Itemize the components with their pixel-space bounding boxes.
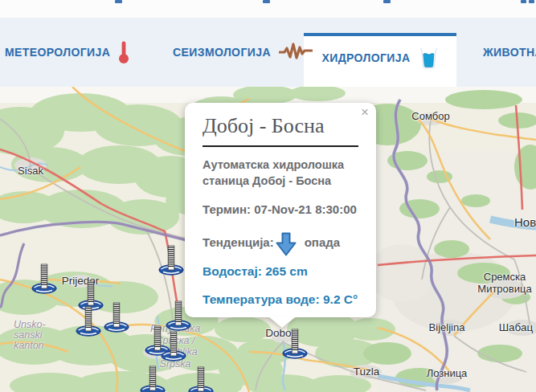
tendency-value: опада	[305, 235, 340, 249]
thermometer-icon	[118, 40, 129, 64]
map[interactable]: SisakPrijedorDobojTuzlaСомборНови СадСре…	[0, 87, 536, 392]
station-marker[interactable]	[103, 297, 130, 333]
station-marker[interactable]	[158, 240, 185, 276]
popup-tail	[268, 316, 296, 328]
tab-label: МЕТЕОРОЛОГИЈА	[5, 18, 110, 87]
tab-label: ЖИВОТНА	[483, 18, 536, 87]
city-label: СремскаМитровица	[477, 271, 531, 295]
station-marker[interactable]	[281, 324, 309, 359]
city-label: Sisak	[18, 165, 43, 177]
tab-meteorologija[interactable]: МЕТЕОРОЛОГИЈА	[5, 18, 129, 87]
city-label: Нови Сад	[514, 216, 536, 228]
city-label: Лозница	[427, 367, 468, 379]
tab-label: ХИДРОЛОГИЈА	[321, 33, 410, 84]
station-description: Аутоматска хидролошка станица Добој - Бо…	[203, 157, 358, 189]
arrow-down-icon	[276, 232, 297, 256]
observation-time: Термин: 07-Nov-21 8:30:00	[203, 202, 358, 216]
city-label: Сомбор	[411, 110, 449, 122]
station-marker[interactable]	[75, 301, 102, 337]
tendency-row: Тенденција: опада	[203, 230, 358, 254]
station-marker[interactable]	[31, 259, 58, 294]
station-marker[interactable]	[187, 361, 215, 392]
city-label: Bijeljina	[429, 321, 465, 333]
section-tabbar: МЕТЕОРОЛОГИЈАСЕИЗМОЛОГИЈАХИДРОЛОГИЈАЖИВО…	[0, 18, 536, 87]
clipped-nav-text	[263, 0, 270, 3]
city-label: Tuzla	[354, 365, 380, 378]
station-marker[interactable]	[160, 326, 187, 361]
app-window: МЕТЕОРОЛОГИЈАСЕИЗМОЛОГИЈАХИДРОЛОГИЈАЖИВО…	[0, 0, 536, 392]
tab-hidrologija[interactable]: ХИДРОЛОГИЈА	[304, 33, 456, 84]
clipped-nav-text	[529, 0, 534, 3]
clipped-nav-text	[115, 0, 122, 3]
city-label: Шабац	[499, 321, 534, 333]
clipped-top-nav	[0, 0, 536, 18]
tab-zivotna[interactable]: ЖИВОТНА	[483, 18, 536, 87]
water-glass-icon	[419, 47, 439, 69]
station-popup: × Добој - Босна Аутоматска хидролошка ст…	[185, 103, 376, 317]
station-marker[interactable]	[139, 361, 166, 392]
tab-seizmologija[interactable]: СЕИЗМОЛОГИЈА	[173, 18, 313, 87]
popup-divider	[203, 145, 358, 147]
tendency-label: Тенденција:	[203, 235, 274, 249]
close-icon[interactable]: ×	[361, 105, 369, 119]
tab-label: СЕИЗМОЛОГИЈА	[173, 18, 271, 87]
water-temperature-value: Температура воде: 9.2 C°	[203, 292, 358, 307]
clipped-nav-text	[521, 0, 526, 3]
popup-title: Добој - Босна	[203, 114, 358, 138]
water-level-value: Водостај: 265 cm	[203, 264, 358, 279]
clipped-nav-text	[383, 0, 391, 3]
region-label: Unsko-sanskikanton	[14, 320, 46, 351]
